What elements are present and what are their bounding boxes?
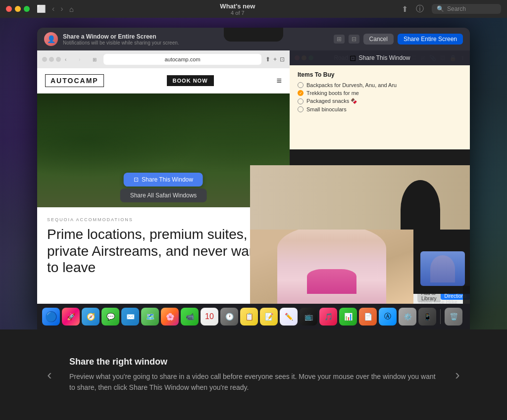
share-avatar: 👤 [44,32,58,46]
safari-url-bar[interactable]: autocamp.com [103,54,261,65]
hamburger-icon[interactable]: ≡ [276,76,282,86]
tooltip-window-icon: ⊡ [350,53,356,63]
share-title: Share a Window or Entire Screen [63,33,329,40]
screen-content: 👤 Share a Window or Entire Screen Notifi… [37,28,470,329]
share-all-safari-button[interactable]: Share All Safari Windows [120,188,207,202]
info-panel: ‹ Share the right window Preview what yo… [0,329,507,420]
screen-notch [224,28,283,42]
notes-content: Items To Buy Backpacks for Durvesh, Anu,… [290,65,470,149]
pip-head [430,255,455,282]
safari-minimize[interactable] [49,57,54,62]
safari-tabs-icon[interactable]: ⊡ [280,56,285,63]
share-controls: ⊞ ⊟ Cancel Share Entire Screen [334,34,463,45]
notes-checkbox-2[interactable]: ✓ [298,90,304,96]
book-now-button[interactable]: BOOK NOW [167,75,214,86]
window-title: What's new [74,2,402,10]
safari-sidebar-icon[interactable]: ⊞ [93,57,100,62]
share-window-label: Share This Window [142,176,193,183]
safari-back-icon[interactable]: ‹ [65,57,75,62]
info-icon[interactable]: ⓘ [416,4,424,14]
dock-item-photos[interactable]: 🌸 [161,308,179,326]
dock-item-reminders[interactable]: 📋 [240,308,258,326]
dock-item-launchpad[interactable]: 🚀 [62,308,80,326]
safari-maximize[interactable] [56,57,61,62]
share-icon[interactable]: ⬆ [402,4,408,14]
safari-add-icon[interactable]: + [273,56,277,63]
safari-traffic-lights [42,57,61,62]
home-icon[interactable]: ⌂ [69,5,74,13]
dock: 🔵 🚀 🧭 💬 ✉️ 🗺️ 🌸 📹 10 🕐 📋 📝 ✏️ 📺 [37,304,470,329]
forward-button[interactable]: › [58,4,65,13]
notes-item-text-1: Backpacks for Durvesh, Anu, and Aru [306,82,397,88]
safari-toolbar: ‹ › ⊞ autocamp.com ⬆ + ⊡ [37,50,290,68]
sidebar-toggle-icon[interactable]: ⬜ [37,4,46,13]
prev-button[interactable]: ‹ [40,365,59,385]
info-body: Preview what you're going to share in a … [69,371,438,393]
notes-item-text-3: Packaged snacks 🍫 [306,98,357,104]
toolbar-nav: ‹ › [50,4,65,13]
dock-item-music[interactable]: 🎵 [319,308,337,326]
dock-item-notes[interactable]: 📝 [260,308,278,326]
share-this-window-button[interactable]: ⊡ Share This Window [124,173,203,187]
video-call-area: rman Tree Hike ↑ 79 m 2,104 M [250,165,470,304]
tooltip-text: Share This Window [359,54,410,61]
share-this-window-tooltip[interactable]: ⊡ Share This Window [290,50,470,65]
dock-item-safari[interactable]: 🧭 [82,308,100,326]
close-button[interactable] [6,6,12,12]
notes-section-title: Items To Buy [298,71,462,78]
notes-checkbox-1[interactable] [298,82,304,88]
video-top-background [250,165,470,230]
dock-item-messages[interactable]: 💬 [101,308,119,326]
notes-checkbox-4[interactable] [298,106,304,112]
search-placeholder: Search [447,5,466,12]
share-layout-icon[interactable]: ⊟ [349,35,359,44]
dock-item-clock[interactable]: 🕐 [220,308,238,326]
autocamp-logo: AUTOCAMP [45,74,104,87]
minimize-button[interactable] [15,6,21,12]
dock-item-appstore[interactable]: Ⓐ [379,308,397,326]
dock-item-numbers[interactable]: 📊 [339,308,357,326]
share-entire-screen-button[interactable]: Share Entire Screen [398,34,463,45]
dock-item-freeform[interactable]: ✏️ [280,308,298,326]
map-button-row: Add to Library Directions [413,294,470,304]
share-window-overlay: ⊡ Share This Window Share All Safari Win… [120,173,207,202]
dock-item-calendar[interactable]: 10 [201,308,218,326]
person-shirt [307,269,356,294]
dock-item-mail[interactable]: ✉️ [121,308,139,326]
next-button[interactable]: › [448,365,467,385]
share-display-icon[interactable]: ⊞ [334,35,345,44]
safari-forward-icon[interactable]: › [79,57,89,62]
info-text-block: Share the right window Preview what you'… [69,357,438,393]
safari-share-icon[interactable]: ⬆ [265,56,270,63]
back-button[interactable]: ‹ [50,4,56,13]
notes-item-2: ✓ Trekking boots for me [298,90,462,96]
safari-close[interactable] [42,57,47,62]
add-to-library-button[interactable]: Add to Library [417,294,441,302]
dock-item-settings[interactable]: ⚙️ [399,308,416,326]
notes-checkbox-3[interactable] [298,98,304,104]
share-text-block: Share a Window or Entire Screen Notifica… [63,33,329,46]
notes-item-3: Packaged snacks 🍫 [298,98,462,104]
info-title: Share the right window [69,357,438,367]
toolbar-title: What's new 4 of 7 [74,2,402,16]
share-subtitle: Notifications will be visible while shar… [63,40,329,46]
page-indicator: 4 of 7 [74,10,402,16]
map-fitness-area: rman Tree Hike ↑ 79 m 2,104 M [413,294,470,304]
dock-item-iphone[interactable]: 📱 [418,308,436,326]
dock-item-appletv[interactable]: 📺 [300,308,317,326]
dock-item-finder[interactable]: 🔵 [42,308,60,326]
cancel-button[interactable]: Cancel [363,34,394,45]
autocamp-headline: Prime locations, premium suites, private… [47,226,280,276]
url-text: autocamp.com [164,56,200,62]
traffic-lights [6,6,30,12]
dock-item-trash[interactable]: 🗑️ [445,308,462,326]
maximize-button[interactable] [24,6,30,12]
notes-panel: Road Trip To Do's Aa ☰ ⊞ 📎 🖼 🔒 ⬆ Items [290,50,470,149]
search-field[interactable]: 🔍 Search [432,4,501,14]
dock-item-facetime[interactable]: 📹 [181,308,199,326]
dock-separator [440,309,441,324]
dock-item-maps[interactable]: 🗺️ [141,308,159,326]
dock-item-pages[interactable]: 📄 [359,308,377,326]
pip-person [420,251,465,286]
main-content: 👤 Share a Window or Entire Screen Notifi… [0,18,507,420]
